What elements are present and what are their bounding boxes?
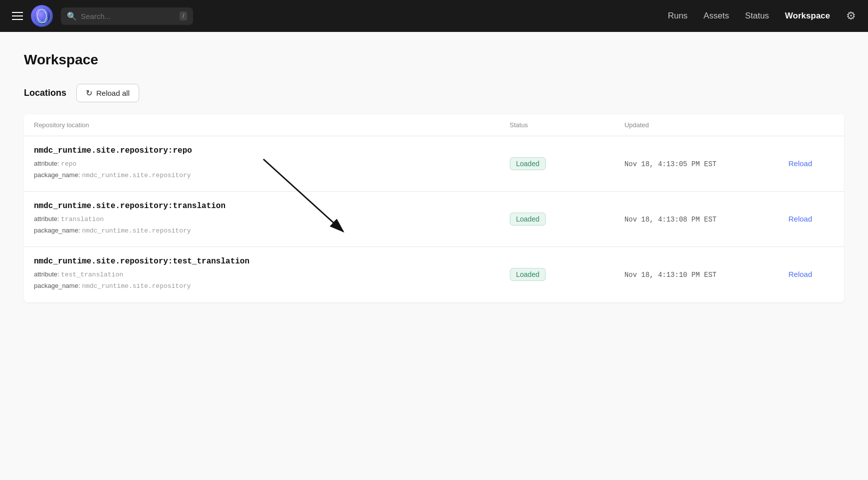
table-row: nmdc_runtime.site.repository:translation… <box>24 192 844 247</box>
reload-all-label: Reload all <box>96 89 130 97</box>
table-header-row: Repository location Status Updated <box>24 114 844 136</box>
action-cell-0: Reload <box>778 136 844 192</box>
table-row: nmdc_runtime.site.repository:test_transl… <box>24 247 844 302</box>
reload-link-0[interactable]: Reload <box>788 159 812 168</box>
updated-cell-1: Nov 18, 4:13:08 PM EST <box>615 192 779 247</box>
table-container: Repository location Status Updated nmdc_… <box>24 114 844 302</box>
reload-all-button[interactable]: ↻ Reload all <box>76 84 139 102</box>
hamburger-menu[interactable] <box>12 12 23 20</box>
nav-status[interactable]: Status <box>745 11 769 21</box>
status-badge-0: Loaded <box>510 157 546 170</box>
top-nav: 🔍 / Runs Assets Status Workspace ⚙ <box>0 0 868 32</box>
repo-meta-2: attribute: test_translation package_name… <box>34 269 490 292</box>
repo-cell-2: nmdc_runtime.site.repository:test_transl… <box>24 247 500 302</box>
updated-text-2: Nov 18, 4:13:10 PM EST <box>625 271 717 279</box>
updated-cell-2: Nov 18, 4:13:10 PM EST <box>615 247 779 302</box>
svg-point-0 <box>34 8 50 24</box>
status-cell-0: Loaded <box>500 136 615 192</box>
updated-text-1: Nov 18, 4:13:08 PM EST <box>625 216 717 224</box>
col-header-status: Status <box>500 114 615 136</box>
nav-left: 🔍 / <box>12 5 660 27</box>
status-cell-2: Loaded <box>500 247 615 302</box>
col-header-repo: Repository location <box>24 114 500 136</box>
updated-cell-0: Nov 18, 4:13:05 PM EST <box>615 136 779 192</box>
table-row: nmdc_runtime.site.repository:repo attrib… <box>24 136 844 192</box>
status-badge-1: Loaded <box>510 213 546 226</box>
repo-cell-0: nmdc_runtime.site.repository:repo attrib… <box>24 136 500 192</box>
section-label: Locations <box>24 88 66 98</box>
repo-meta-1: attribute: translation package_name: nmd… <box>34 214 490 237</box>
reload-link-2[interactable]: Reload <box>788 270 812 278</box>
reload-icon: ↻ <box>86 88 92 98</box>
repo-name-1: nmdc_runtime.site.repository:translation <box>34 202 490 211</box>
col-header-updated: Updated <box>615 114 779 136</box>
section-header: Locations ↻ Reload all <box>24 84 844 102</box>
repo-name-0: nmdc_runtime.site.repository:repo <box>34 146 490 155</box>
repo-cell-1: nmdc_runtime.site.repository:translation… <box>24 192 500 247</box>
search-input[interactable] <box>81 12 176 20</box>
repo-meta-0: attribute: repo package_name: nmdc_runti… <box>34 158 490 181</box>
page-title: Workspace <box>24 52 844 68</box>
status-badge-2: Loaded <box>510 268 546 281</box>
nav-workspace[interactable]: Workspace <box>785 11 830 21</box>
nav-runs[interactable]: Runs <box>668 11 688 21</box>
action-cell-1: Reload <box>778 192 844 247</box>
repo-name-2: nmdc_runtime.site.repository:test_transl… <box>34 257 490 266</box>
locations-table: Repository location Status Updated nmdc_… <box>24 114 844 302</box>
nav-assets[interactable]: Assets <box>703 11 729 21</box>
col-header-action <box>778 114 844 136</box>
reload-link-1[interactable]: Reload <box>788 215 812 223</box>
updated-text-0: Nov 18, 4:13:05 PM EST <box>625 160 717 168</box>
status-cell-1: Loaded <box>500 192 615 247</box>
search-icon: 🔍 <box>67 11 77 21</box>
app-logo <box>31 5 53 27</box>
nav-right: Runs Assets Status Workspace ⚙ <box>668 9 856 22</box>
settings-icon[interactable]: ⚙ <box>846 9 856 22</box>
action-cell-2: Reload <box>778 247 844 302</box>
search-bar[interactable]: 🔍 / <box>61 7 193 25</box>
search-shortcut: / <box>180 11 187 20</box>
page-content: Workspace Locations ↻ Reload all Reposit… <box>0 32 868 480</box>
